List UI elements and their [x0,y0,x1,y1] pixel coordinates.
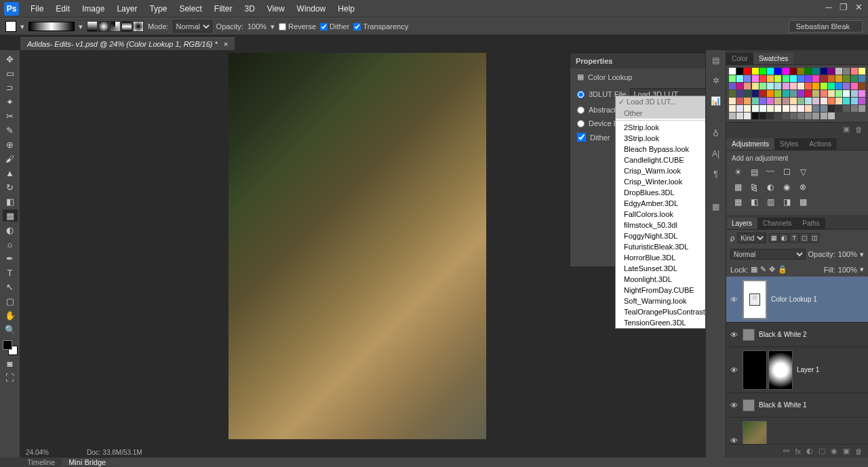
swatch[interactable] [760,68,766,75]
swatch[interactable] [744,75,751,82]
lut-option[interactable]: LateSunset.3DL [616,263,705,274]
lut-option[interactable]: FuturisticBleak.3DL [616,241,705,252]
swatch[interactable] [828,98,835,104]
swatch[interactable] [760,90,766,97]
swatch[interactable] [774,68,781,75]
layer-blend-select[interactable]: Normal [730,249,806,260]
swatch[interactable] [736,113,743,119]
levels-icon[interactable]: ▤ [748,166,760,178]
lut-option[interactable]: 2Strip.look [616,122,705,133]
photo-filter-icon[interactable]: ◉ [781,181,793,193]
swatch[interactable] [828,68,835,75]
reflected-gradient-button[interactable] [121,21,132,32]
layer-name[interactable]: Black & White 2 [759,331,807,338]
swatch[interactable] [744,98,751,104]
path-selection-tool[interactable]: ↖ [3,281,18,293]
filter-adj-icon[interactable]: ◐ [779,233,789,243]
swatch[interactable] [767,83,774,89]
swatch[interactable] [783,98,789,104]
swatch[interactable] [821,98,827,104]
swatch[interactable] [760,113,766,119]
swatch[interactable] [760,75,766,82]
swatch[interactable] [821,83,827,89]
menu-select[interactable]: Select [173,4,208,14]
abstract-radio[interactable] [577,106,585,114]
swatch[interactable] [767,90,774,97]
layer-thumb[interactable]: ▦ [743,280,767,319]
zoom-tool[interactable]: 🔍 [3,323,18,336]
swatch[interactable] [851,68,858,75]
menu-3d[interactable]: 3D [238,4,260,14]
swatch[interactable] [859,90,865,97]
filter-shape-icon[interactable]: ▢ [800,233,809,243]
lut-option[interactable]: TealOrangePlusContrast.3DL [616,306,705,317]
new-swatch-icon[interactable]: ▣ [843,125,850,134]
swatch[interactable] [805,105,812,112]
swatch[interactable] [851,83,858,89]
dither-checkbox[interactable] [320,23,328,31]
close-button[interactable]: ✕ [852,1,865,12]
history-brush-tool[interactable]: ↻ [3,181,18,193]
swatch[interactable] [774,105,781,112]
lut-option[interactable]: filmstock_50.3dl [616,220,705,230]
swatch[interactable] [821,105,827,112]
eraser-tool[interactable]: ◧ [3,195,18,207]
swatch[interactable] [752,90,759,97]
radial-gradient-button[interactable] [98,21,109,32]
swatch[interactable] [851,105,858,112]
canvas-area[interactable]: 24.04% Doc: 33.8M/53.1M Properties ▦ Col… [20,50,705,458]
swatch[interactable] [767,68,774,75]
swatch[interactable] [828,83,835,89]
lut-option[interactable]: DropBlues.3DL [616,187,705,198]
visibility-icon[interactable]: 👁 [729,436,738,445]
dither-checkbox[interactable] [577,133,586,142]
invert-icon[interactable]: ◧ [748,196,760,208]
new-group-icon[interactable]: ▢ [818,447,825,455]
chevron-down-icon[interactable]: ▾ [79,22,83,31]
linear-gradient-button[interactable] [87,21,98,32]
lut-option[interactable]: Bleach Bypass.look [616,144,705,155]
swatch[interactable] [843,98,850,104]
angle-gradient-button[interactable] [110,21,121,32]
swatch[interactable] [744,90,751,97]
diamond-gradient-button[interactable] [133,21,144,32]
brush-panel-icon[interactable]: ¶ [709,167,724,182]
swatch[interactable] [843,105,850,112]
swatch[interactable] [859,98,865,104]
filter-type-icon[interactable]: T [789,233,799,243]
swatch[interactable] [851,75,858,82]
type-tool[interactable]: T [3,266,18,279]
swatch[interactable] [821,113,827,119]
menu-filter[interactable]: Filter [208,4,239,14]
swatch[interactable] [812,98,819,104]
swatch[interactable] [760,83,766,89]
swatch[interactable] [736,68,743,75]
lasso-tool[interactable]: ⊃ [3,81,18,94]
crop-tool[interactable]: ✂ [3,110,18,122]
clone-source-icon[interactable]: ▦ [709,199,724,214]
zoom-level[interactable]: 24.04% [26,449,49,456]
device-link-radio[interactable] [577,120,585,127]
lut-option[interactable]: TensionGreen.3DL [616,317,705,328]
swatch[interactable] [790,113,797,119]
swatch[interactable] [790,68,797,75]
blend-mode-select[interactable]: Normal [173,20,212,33]
gradient-tool[interactable]: ▦ [3,209,18,222]
swatch[interactable] [797,68,804,75]
adj-thumb[interactable] [743,399,755,411]
screen-mode-tool[interactable]: ⛶ [3,371,18,384]
layer-style-icon[interactable]: fx [795,447,801,455]
swatch[interactable] [736,105,743,112]
color-balance-icon[interactable]: ⧎ [748,181,760,193]
foreground-background-colors[interactable] [3,340,18,355]
swatch[interactable] [767,75,774,82]
layer-opacity-value[interactable]: 100% [838,250,857,258]
document-info[interactable]: Doc: 33.8M/53.1M [87,449,142,456]
swatch[interactable] [812,68,819,75]
swatch[interactable] [752,105,759,112]
healing-brush-tool[interactable]: ⊕ [3,138,18,150]
swatch[interactable] [774,98,781,104]
swatch[interactable] [736,75,743,82]
swatch[interactable] [812,90,819,97]
swatch[interactable] [835,105,842,112]
